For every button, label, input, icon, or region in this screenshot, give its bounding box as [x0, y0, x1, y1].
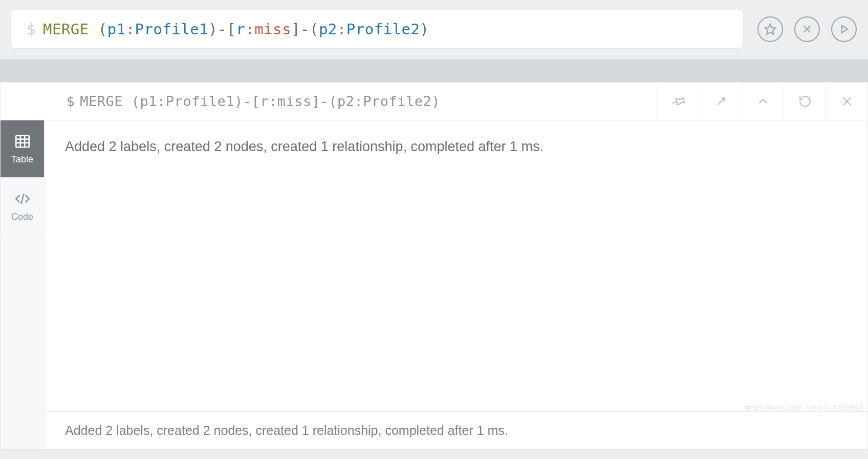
result-message: Added 2 labels, created 2 nodes, created… — [45, 120, 867, 411]
result-header: $MERGE (p1:Profile1)-[r:miss]-(p2:Profil… — [1, 82, 867, 120]
code-icon — [14, 190, 31, 207]
tab-code[interactable]: Code — [1, 178, 44, 235]
favorite-button[interactable] — [757, 16, 783, 42]
result-header-tools — [658, 82, 867, 120]
close-icon — [840, 95, 854, 108]
query-editor[interactable]: $ MERGE (p1:Profile1)-[r:miss]-(p2:Profi… — [11, 10, 743, 48]
rerun-button[interactable] — [784, 82, 826, 120]
tab-table[interactable]: Table — [1, 120, 44, 178]
svg-line-12 — [21, 194, 24, 204]
editor-actions — [757, 16, 857, 42]
editor-prompt: $ — [27, 20, 36, 38]
result-query-display[interactable]: $MERGE (p1:Profile1)-[r:miss]-(p2:Profil… — [1, 77, 658, 125]
cypher-query: MERGE (p1:Profile1)-[r:miss]-(p2:Profile… — [43, 20, 429, 38]
tab-table-label: Table — [11, 154, 33, 165]
star-icon — [764, 23, 776, 35]
result-body: Table Code Added 2 labels, created 2 nod… — [1, 120, 867, 449]
tab-code-label: Code — [11, 212, 33, 222]
pin-button[interactable] — [658, 82, 700, 120]
result-frame: $MERGE (p1:Profile1)-[r:miss]-(p2:Profil… — [0, 82, 868, 450]
play-icon — [838, 23, 850, 35]
result-prompt: $ — [67, 93, 75, 109]
pin-icon — [672, 95, 686, 108]
run-button[interactable] — [831, 16, 857, 42]
svg-marker-0 — [765, 24, 775, 34]
result-footer: Added 2 labels, created 2 nodes, created… — [45, 411, 867, 449]
expand-button[interactable] — [700, 82, 742, 120]
svg-marker-3 — [842, 26, 848, 33]
collapse-button[interactable] — [742, 82, 784, 120]
svg-line-4 — [718, 98, 724, 105]
close-icon — [801, 23, 813, 35]
query-editor-row: $ MERGE (p1:Profile1)-[r:miss]-(p2:Profi… — [0, 0, 868, 59]
table-icon — [14, 133, 31, 150]
expand-icon — [714, 95, 728, 108]
view-tabs: Table Code — [1, 120, 45, 449]
close-result-button[interactable] — [826, 82, 867, 120]
clear-button[interactable] — [794, 16, 820, 42]
result-main: Added 2 labels, created 2 nodes, created… — [45, 120, 867, 449]
refresh-icon — [798, 95, 812, 108]
chevron-up-icon — [756, 95, 770, 108]
svg-rect-7 — [16, 136, 29, 148]
